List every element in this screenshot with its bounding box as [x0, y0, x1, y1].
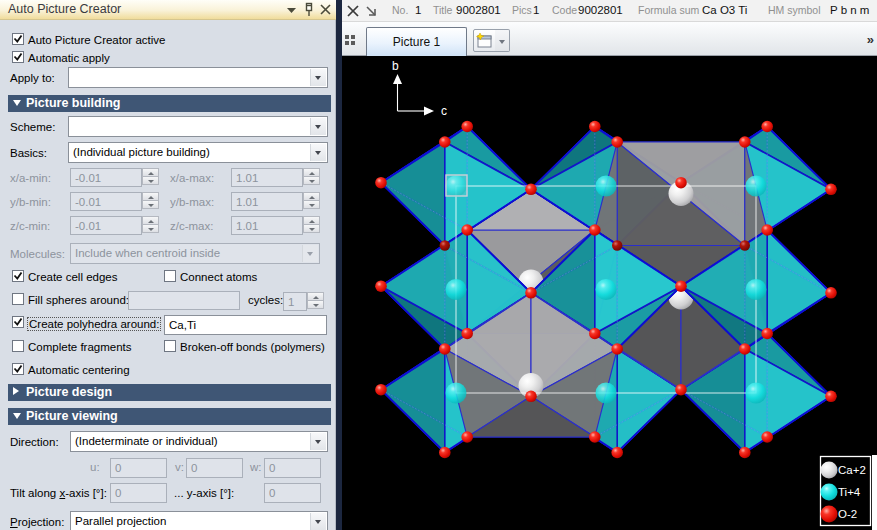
svg-text:c: c: [441, 104, 447, 118]
svg-text:b: b: [392, 59, 399, 73]
svg-text:Ca+2: Ca+2: [838, 464, 866, 476]
svg-text:O-2: O-2: [838, 508, 857, 520]
svg-text:Ti+4: Ti+4: [838, 486, 861, 498]
